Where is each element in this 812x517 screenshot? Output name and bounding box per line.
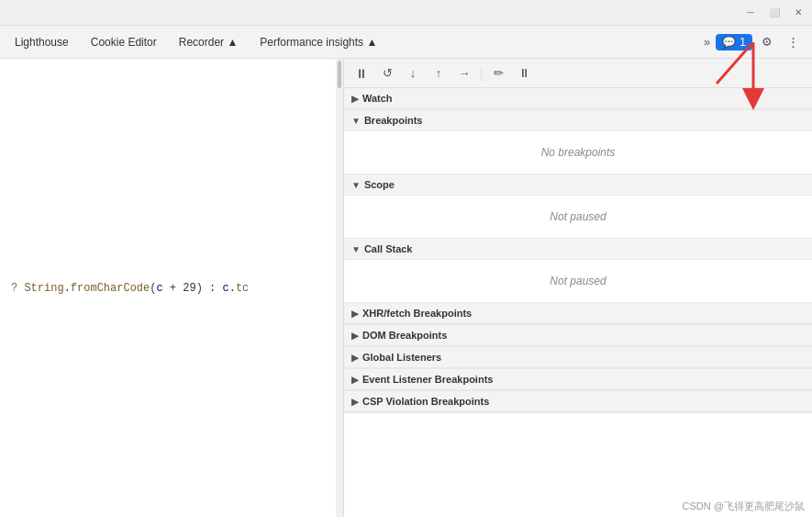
- deactivate-breakpoints-button[interactable]: ✏: [486, 62, 510, 84]
- restore-button[interactable]: ⬜: [768, 6, 781, 19]
- tab-right-controls: 💬 1 ⚙ ⋮: [716, 31, 808, 52]
- section-breakpoints-body: No breakpoints: [344, 131, 812, 174]
- code-content: ? String.fromCharCode(c + 29) : c.tc: [0, 59, 343, 517]
- call-stack-not-paused-text: Not paused: [359, 267, 797, 295]
- step-out-button[interactable]: ↑: [427, 62, 450, 84]
- scope-label: Scope: [364, 179, 395, 190]
- code-panel: ? String.fromCharCode(c + 29) : c.tc: [0, 59, 344, 517]
- tab-bar: Lighthouse Cookie Editor Recorder ▲ Perf…: [0, 26, 812, 59]
- csp-violation-label: CSP Violation Breakpoints: [362, 396, 489, 407]
- event-listener-arrow-icon: ▶: [351, 375, 359, 385]
- chat-count: 1: [740, 36, 746, 49]
- scope-not-paused-text: Not paused: [359, 203, 797, 230]
- close-button[interactable]: ✕: [792, 6, 805, 19]
- chat-badge[interactable]: 💬 1: [716, 34, 752, 51]
- section-dom-breakpoints: ▶ DOM Breakpoints: [344, 325, 812, 347]
- toolbar-separator: [481, 66, 482, 81]
- section-xhr-fetch: ▶ XHR/fetch Breakpoints: [344, 303, 812, 325]
- section-call-stack-body: Not paused: [344, 260, 812, 302]
- chat-icon: 💬: [722, 36, 736, 49]
- step-over-button[interactable]: ↺: [375, 62, 399, 84]
- pause-on-exceptions-button[interactable]: ⏸: [512, 62, 536, 84]
- code-line: ? String.fromCharCode(c + 29) : c.tc: [4, 280, 256, 297]
- section-watch-header[interactable]: ▶ Watch: [344, 88, 812, 109]
- tab-recorder[interactable]: Recorder ▲: [168, 30, 250, 54]
- step-button[interactable]: →: [452, 62, 476, 84]
- section-scope: ▼ Scope Not paused: [344, 174, 812, 239]
- global-listeners-arrow-icon: ▶: [351, 353, 359, 363]
- minimize-button[interactable]: ─: [744, 6, 757, 19]
- tab-cookie-editor[interactable]: Cookie Editor: [80, 30, 168, 54]
- section-scope-body: Not paused: [344, 196, 812, 238]
- call-stack-arrow-icon: ▼: [351, 244, 361, 254]
- event-listener-label: Event Listener Breakpoints: [362, 374, 493, 385]
- more-tabs-button[interactable]: »: [698, 31, 716, 52]
- title-bar: ─ ⬜ ✕: [0, 0, 812, 26]
- section-global-listeners: ▶ Global Listeners: [344, 347, 812, 369]
- no-breakpoints-text: No breakpoints: [359, 139, 797, 166]
- tab-lighthouse[interactable]: Lighthouse: [4, 30, 80, 54]
- debug-panel: ⏸ ↺ ↓ ↑ → ✏ ⏸ ▶ Watch ▼ Breakpoints: [344, 59, 812, 517]
- xhr-fetch-arrow-icon: ▶: [351, 309, 359, 319]
- section-dom-breakpoints-header[interactable]: ▶ DOM Breakpoints: [344, 325, 812, 346]
- debug-sections: ▶ Watch ▼ Breakpoints No breakpoints ▼ S…: [344, 88, 812, 517]
- dom-breakpoints-arrow-icon: ▶: [351, 331, 359, 341]
- section-xhr-fetch-header[interactable]: ▶ XHR/fetch Breakpoints: [344, 303, 812, 324]
- tab-performance-insights[interactable]: Performance insights ▲: [249, 30, 388, 54]
- section-global-listeners-header[interactable]: ▶ Global Listeners: [344, 347, 812, 368]
- section-breakpoints-header[interactable]: ▼ Breakpoints: [344, 110, 812, 131]
- xhr-fetch-label: XHR/fetch Breakpoints: [362, 308, 472, 319]
- breakpoints-arrow-icon: ▼: [351, 116, 361, 126]
- scope-arrow-icon: ▼: [351, 180, 361, 190]
- watermark: CSDN @飞得更高肥尾沙鼠: [683, 500, 805, 513]
- more-options-button[interactable]: ⋮: [782, 31, 805, 52]
- section-call-stack: ▼ Call Stack Not paused: [344, 239, 812, 303]
- section-csp-violation-header[interactable]: ▶ CSP Violation Breakpoints: [344, 391, 812, 412]
- settings-button[interactable]: ⚙: [756, 31, 778, 52]
- section-watch: ▶ Watch: [344, 88, 812, 110]
- section-event-listener: ▶ Event Listener Breakpoints: [344, 369, 812, 391]
- section-breakpoints: ▼ Breakpoints No breakpoints: [344, 110, 812, 174]
- section-call-stack-header[interactable]: ▼ Call Stack: [344, 239, 812, 260]
- breakpoints-label: Breakpoints: [364, 115, 423, 126]
- step-into-button[interactable]: ↓: [401, 62, 425, 84]
- dom-breakpoints-label: DOM Breakpoints: [362, 330, 447, 341]
- section-scope-header[interactable]: ▼ Scope: [344, 174, 812, 196]
- watch-label: Watch: [362, 93, 393, 104]
- section-csp-violation: ▶ CSP Violation Breakpoints: [344, 391, 812, 413]
- csp-violation-arrow-icon: ▶: [351, 397, 359, 407]
- call-stack-label: Call Stack: [364, 243, 413, 254]
- pause-button[interactable]: ⏸: [350, 62, 373, 84]
- main-layout: ? String.fromCharCode(c + 29) : c.tc ⏸ ↺…: [0, 59, 812, 517]
- watch-arrow-icon: ▶: [351, 94, 359, 104]
- section-event-listener-header[interactable]: ▶ Event Listener Breakpoints: [344, 369, 812, 390]
- debug-toolbar: ⏸ ↺ ↓ ↑ → ✏ ⏸: [344, 59, 812, 88]
- global-listeners-label: Global Listeners: [362, 352, 441, 363]
